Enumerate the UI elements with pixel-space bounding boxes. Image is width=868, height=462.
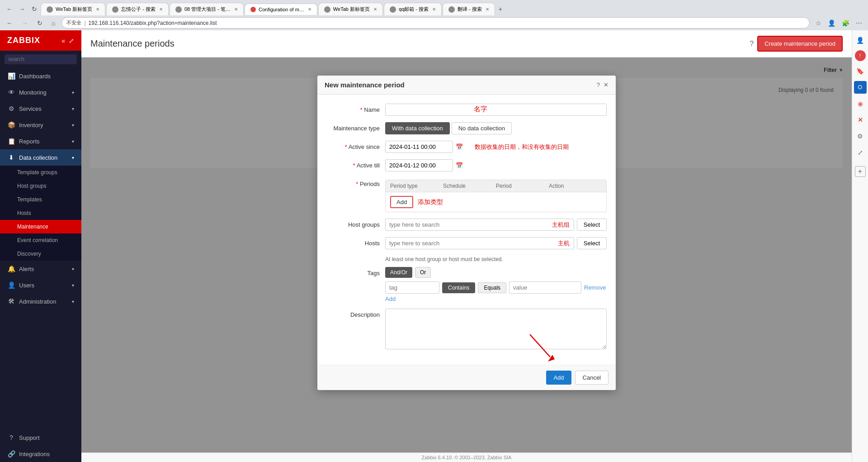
nav-forward-btn[interactable]: → [19,19,31,28]
sidebar-item-support[interactable]: ? Support [0,429,81,446]
sidebar-item-integrations[interactable]: 🔗 Integrations [0,446,81,462]
name-input[interactable] [385,104,607,116]
sidebar-expand-btn[interactable]: ⤢ [69,37,74,44]
browser-tab-6[interactable]: qq邮箱 - 搜索 ✕ [384,3,442,15]
right-sidebar-blue-icon[interactable]: O [854,81,867,94]
tag-value-input[interactable] [509,281,581,294]
type-no-data-btn[interactable]: No data collection [452,122,512,134]
add-period-btn[interactable]: Add [390,196,413,208]
sidebar-logo: ZABBIX « ⤢ [0,30,81,51]
submenu-event-correlation[interactable]: Event correlation [0,233,81,247]
nav-refresh-btn[interactable]: ↻ [34,19,45,28]
active-since-input[interactable] [385,141,453,153]
tags-and-or-btn[interactable]: And/Or [385,267,412,278]
submenu-discovery[interactable]: Discovery [0,247,81,261]
tag-name-input[interactable] [385,281,439,294]
maintenance-type-label: Maintenance type [326,122,385,132]
action-col: Action [549,183,602,189]
administration-icon: 🛠 [7,298,15,305]
active-till-input[interactable] [385,159,453,171]
submenu-maintenance[interactable]: Maintenance [0,220,81,233]
submenu-host-groups[interactable]: Host groups [0,179,81,193]
sidebar-item-services[interactable]: ⚙ Services ▾ [0,100,81,117]
sidebar-item-inventory[interactable]: 📦 Inventory ▾ [0,117,81,133]
right-sidebar-user-icon[interactable]: 👤 [854,34,867,47]
sidebar-item-monitoring[interactable]: 👁 Monitoring ▾ [0,84,81,100]
equals-btn[interactable]: Equals [478,282,506,293]
remove-tag-link[interactable]: Remove [584,284,606,291]
nav-back[interactable]: ← [4,5,15,14]
right-sidebar-settings-icon[interactable]: ⚙ [854,130,867,143]
periods-label: Periods [326,178,385,187]
right-sidebar-orange-icon[interactable]: ◉ [854,97,867,110]
submenu-template-groups[interactable]: Template groups [0,166,81,179]
settings-btn[interactable]: ⋯ [854,19,864,28]
sidebar-item-administration[interactable]: 🛠 Administration ▾ [0,293,81,310]
right-sidebar: 👤 ! 🔖 O ◉ ✕ ⚙ ⤢ + [852,30,868,462]
tag-input-row: Contains Equals Remove [385,281,607,294]
submenu-hosts[interactable]: Hosts [0,206,81,220]
active-since-label: Active since [326,141,385,150]
browser-tab-2[interactable]: 忘情公子 - 搜索 ✕ [106,3,169,15]
description-label: Description [326,309,385,318]
tags-row: Tags And/Or Or Contains Equals [326,267,607,302]
modal-footer: Add Cancel [317,365,616,390]
sidebar-item-data-collection[interactable]: ⬇ Data collection ▾ [0,149,81,166]
modal-cancel-btn[interactable]: Cancel [575,371,609,385]
create-maintenance-btn[interactable]: Create maintenance period [757,36,843,52]
nav-forward[interactable]: → [16,5,28,14]
nav-refresh[interactable]: ↻ [29,5,40,14]
browser-tab-4[interactable]: Configuration of m… ✕ [245,4,317,15]
new-tab-btn[interactable]: + [496,5,505,14]
right-sidebar-alert-icon[interactable]: ! [855,50,866,61]
browser-tab-7[interactable]: 翻译 - 搜索 ✕ [443,3,495,15]
sidebar-item-users[interactable]: 👤 Users ▾ [0,277,81,293]
help-icon[interactable]: ? [750,40,754,48]
nav-home-btn[interactable]: ⌂ [49,19,58,28]
sidebar-item-alerts[interactable]: 🔔 Alerts ▾ [0,261,81,277]
administration-chevron: ▾ [72,299,74,304]
browser-tab-1[interactable]: WeTab 新标签页 ✕ [41,3,105,15]
right-sidebar-x-icon[interactable]: ✕ [854,114,867,126]
submenu-templates[interactable]: Templates [0,193,81,206]
modal-add-btn[interactable]: Add [546,371,571,385]
services-chevron: ▾ [72,106,74,111]
type-with-data-btn[interactable]: With data collection [385,122,450,134]
hosts-search-input[interactable] [385,237,574,249]
browser-tab-5[interactable]: WeTab 新标签页 ✕ [318,3,383,15]
address-bar[interactable]: 不安全 | 192.168.116.140/zabbix.php?action=… [61,17,810,29]
right-sidebar-bookmark-icon[interactable]: 🔖 [854,65,867,77]
host-groups-select-btn[interactable]: Select [577,219,607,231]
sidebar-search-input[interactable] [5,54,77,64]
right-sidebar-expand-icon[interactable]: ⤢ [854,146,867,159]
modal-help-icon[interactable]: ? [597,81,600,88]
reports-icon: 📋 [7,138,15,145]
bookmark-btn[interactable]: ☆ [813,19,824,28]
active-till-calendar-icon[interactable]: 📅 [456,162,463,169]
period-col: Period [496,183,549,189]
right-sidebar-plus-btn[interactable]: + [855,166,866,177]
sidebar-collapse-btn[interactable]: « [61,37,65,44]
tags-or-btn[interactable]: Or [415,267,431,278]
sidebar-item-reports[interactable]: 📋 Reports ▾ [0,133,81,149]
host-groups-search-input[interactable] [385,219,574,231]
sidebar-item-dashboards[interactable]: 📊 Dashboards [0,68,81,84]
host-groups-label: Host groups [326,219,385,228]
profile-btn[interactable]: 👤 [826,19,838,28]
hosts-select-btn[interactable]: Select [577,237,607,249]
modal-close-icon[interactable]: ✕ [604,81,609,88]
add-tag-link[interactable]: Add [385,295,396,302]
modal-body: Name 名字 Maintenance type With data colle… [317,95,616,365]
contains-btn[interactable]: Contains [442,282,475,293]
main-area: Maintenance periods ? Create maintenance… [81,30,852,462]
nav-back-btn[interactable]: ← [4,19,15,28]
services-icon: ⚙ [7,105,15,112]
extensions-btn[interactable]: 🧩 [840,19,852,28]
browser-tab-3[interactable]: 08 管理大项目 - 笔… ✕ [170,3,244,15]
maintenance-type-row: Maintenance type With data collection No… [326,122,607,134]
footer-bar: Zabbix 6.4.10. © 2001–2023, Zabbix SIA [81,452,852,462]
active-since-calendar-icon[interactable]: 📅 [456,143,463,150]
periods-row: Periods Period type Schedule Period Acti… [326,178,607,212]
dashboards-icon: 📊 [7,72,15,80]
description-textarea[interactable] [385,309,607,349]
